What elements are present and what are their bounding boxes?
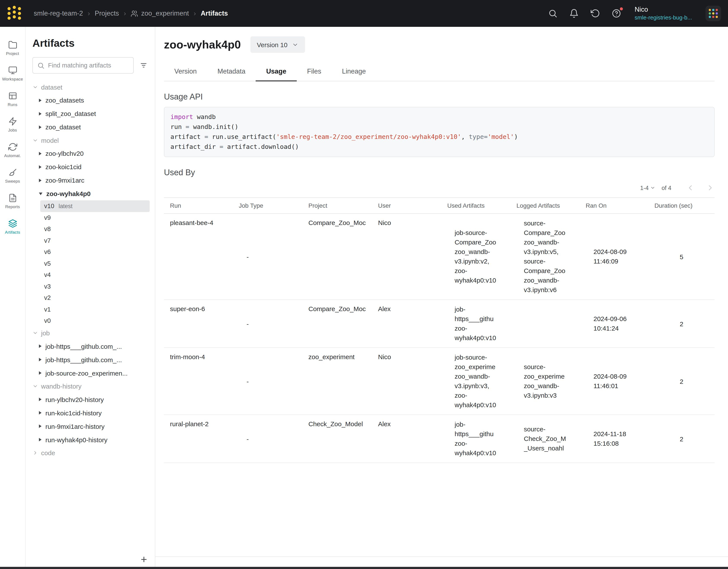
version-item-v0[interactable]: v0 [40,315,150,327]
run-link[interactable]: rural-planet-2 [164,415,233,463]
tree-section-code[interactable]: code [26,446,155,459]
artifact-link[interactable]: zoo_wandb- [524,237,576,247]
rail-item-jobs[interactable]: Jobs [0,112,25,138]
tree-item-run-koic1cid-history[interactable]: run-koic1cid-history [26,406,155,420]
artifact-link[interactable]: https___githu [455,429,507,439]
artifact-link[interactable]: job-source- [455,353,507,362]
rail-item-automat[interactable]: Automat. [0,138,25,163]
project-link[interactable]: Compare_Zoo_Moc [302,213,372,300]
tree-item-zoo-9mxi1arc[interactable]: zoo-9mxi1arc [26,173,155,187]
artifact-link[interactable]: zoo- [455,439,507,448]
tree-item-zoo-wyhak4p0[interactable]: zoo-wyhak4p0 [26,187,155,200]
page-size-dropdown[interactable]: 1-4 [640,184,656,191]
version-item-v9[interactable]: v9 [40,212,150,223]
artifact-link[interactable]: Compare_Zoo [524,266,576,275]
tab-version[interactable]: Version [164,62,207,81]
project-link[interactable]: zoo_experiment [302,348,372,415]
artifact-link[interactable]: job- [455,420,507,429]
rail-item-workspace[interactable]: Workspace [0,61,25,86]
tree-item-split-zoo-dataset[interactable]: split_zoo_dataset [26,107,155,120]
history-button[interactable] [590,9,600,18]
rail-item-runs[interactable]: Runs [0,86,25,112]
next-page-button[interactable] [706,183,715,192]
breadcrumb-projects[interactable]: Projects [95,10,119,17]
version-item-v10[interactable]: v10latest [40,200,150,212]
add-artifact-button[interactable]: + [140,553,148,566]
tree-item-zoo-datasets[interactable]: zoo_datasets [26,93,155,107]
artifact-link[interactable]: source- [524,425,576,434]
notifications-button[interactable] [569,9,579,18]
artifact-search-input[interactable] [48,62,129,69]
search-button[interactable] [548,9,558,18]
run-link[interactable]: super-eon-6 [164,300,233,348]
filter-button[interactable] [137,59,150,72]
artifact-link[interactable]: source- [524,362,576,372]
bottom-scrollbar[interactable] [0,567,728,569]
artifact-link[interactable]: zoo- [455,324,507,333]
artifact-link[interactable]: wyhak4p0:v10 [455,448,507,458]
tab-files[interactable]: Files [297,62,332,81]
artifact-link[interactable]: v3.ipynb:v3, [455,381,507,391]
avatar[interactable] [706,6,721,21]
tree-item-job-https-github-com-[interactable]: job-https___github.com_... [26,353,155,366]
help-button[interactable] [612,9,621,18]
tree-item-run-9mxi1arc-history[interactable]: run-9mxi1arc-history [26,420,155,433]
tree-item-job-source-zoo-experimen-[interactable]: job-source-zoo_experimen... [26,366,155,380]
artifact-link[interactable]: _Users_noahl [524,444,576,453]
wandb-logo[interactable] [6,5,22,22]
artifact-link[interactable]: source- [524,256,576,266]
version-item-v5[interactable]: v5 [40,258,150,269]
tab-lineage[interactable]: Lineage [332,62,376,81]
rail-item-reports[interactable]: Reports [0,189,25,214]
version-dropdown[interactable]: Version 10 [250,36,305,53]
user-menu[interactable]: Nico smle-registries-bug-b... [635,5,692,21]
tree-section-wandb-history[interactable]: wandb-history [26,380,155,393]
version-item-v4[interactable]: v4 [40,269,150,280]
artifact-link[interactable]: Check_Zoo_M [524,434,576,444]
artifact-link[interactable]: Compare_Zoo [455,237,507,247]
tree-section-dataset[interactable]: dataset [26,80,155,93]
rail-item-project[interactable]: Project [0,35,25,61]
tree-item-job-https-github-com-[interactable]: job-https___github.com_... [26,340,155,353]
run-link[interactable]: pleasant-bee-4 [164,213,233,300]
rail-item-sweeps[interactable]: Sweeps [0,163,25,189]
artifact-link[interactable]: job- [455,305,507,314]
tree-item-run-wyhak4p0-history[interactable]: run-wyhak4p0-history [26,433,155,446]
version-item-v8[interactable]: v8 [40,223,150,235]
prev-page-button[interactable] [686,183,695,192]
artifact-link[interactable]: source- [524,218,576,228]
project-link[interactable]: Check_Zoo_Model [302,415,372,463]
artifact-link[interactable]: v3.ipynb:v2, [455,256,507,266]
artifact-link[interactable]: https___githu [455,314,507,324]
artifact-link[interactable]: zoo- [455,266,507,275]
artifact-link[interactable]: wyhak4p0:v10 [455,275,507,285]
rail-item-artifacts[interactable]: Artifacts [0,214,25,240]
user-team-link[interactable]: smle-registries-bug-b... [635,14,692,21]
tree-item-run-ylbchv20-history[interactable]: run-ylbchv20-history [26,393,155,406]
version-item-v3[interactable]: v3 [40,280,150,292]
run-link[interactable]: trim-moon-4 [164,348,233,415]
artifact-link[interactable]: Compare_Zoo [524,228,576,237]
artifact-link[interactable]: job-source- [455,228,507,237]
tree-item-zoo-dataset[interactable]: zoo_dataset [26,120,155,134]
artifact-link[interactable]: v3.ipynb:v6 [524,285,576,295]
artifact-link[interactable]: zoo_wandb- [524,275,576,285]
tree-section-model[interactable]: model [26,134,155,147]
version-item-v2[interactable]: v2 [40,292,150,304]
artifact-link[interactable]: v3.ipynb:v5, [524,247,576,256]
tab-usage[interactable]: Usage [256,62,297,81]
artifact-link[interactable]: zoo- [455,391,507,400]
artifact-link[interactable]: zoo_experime [455,362,507,372]
artifact-link[interactable]: zoo_experime [524,372,576,381]
artifact-link[interactable]: zoo_wandb- [524,381,576,391]
tree-item-zoo-koic1cid[interactable]: zoo-koic1cid [26,160,155,173]
tree-section-job[interactable]: job [26,327,155,340]
artifact-link[interactable]: wyhak4p0:v10 [455,400,507,410]
project-link[interactable]: Compare_Zoo_Moc [302,300,372,348]
artifact-link[interactable]: zoo_wandb- [455,372,507,381]
version-item-v7[interactable]: v7 [40,235,150,246]
breadcrumb-project[interactable]: zoo_experiment [131,10,189,17]
tree-item-zoo-ylbchv20[interactable]: zoo-ylbchv20 [26,147,155,160]
artifact-link[interactable]: v3.ipynb:v3 [524,391,576,400]
version-item-v1[interactable]: v1 [40,304,150,315]
